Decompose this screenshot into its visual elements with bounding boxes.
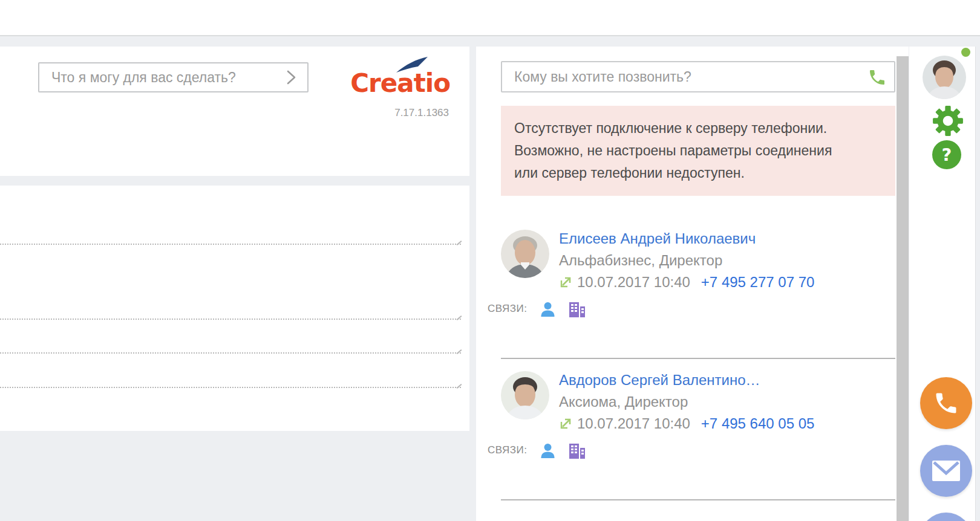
call-search-box[interactable] xyxy=(501,61,895,92)
outgoing-call-icon xyxy=(559,276,572,289)
user-avatar[interactable] xyxy=(923,56,966,99)
contact-name-link[interactable]: Авдоров Сергей Валентино… xyxy=(559,371,814,389)
app-window: Creatio 7.17.1.1363 Отсутствует подключе… xyxy=(0,0,980,521)
email-button[interactable] xyxy=(920,445,972,497)
outgoing-call-icon xyxy=(559,417,572,430)
make-call-button[interactable] xyxy=(920,377,972,429)
telephony-warning-banner: Отсутствует подключение к серверу телефо… xyxy=(501,106,895,196)
right-sidebar: ? xyxy=(909,47,976,521)
assistant-search-box[interactable] xyxy=(38,62,309,92)
warning-line: или сервер телефонии недоступен. xyxy=(514,162,886,184)
links-label: СВЯЗИ: xyxy=(488,444,528,456)
person-icon[interactable] xyxy=(540,442,556,459)
cti-panel: Отсутствует подключение к серверу телефо… xyxy=(476,47,909,521)
dotted-separator xyxy=(0,352,461,354)
dotted-separator xyxy=(0,387,461,388)
contact-phone-link[interactable]: +7 495 640 05 05 xyxy=(701,415,815,432)
settings-gear-icon[interactable] xyxy=(932,105,964,137)
contact-phone-link[interactable]: +7 495 277 07 70 xyxy=(701,274,815,291)
call-search-input[interactable] xyxy=(502,62,894,91)
building-icon[interactable] xyxy=(568,442,586,459)
assistant-panel: Creatio 7.17.1.1363 xyxy=(0,47,469,176)
online-status-dot xyxy=(961,48,970,57)
contact-company: Альфабизнес, Директор xyxy=(559,251,814,270)
assistant-search-input[interactable] xyxy=(39,70,283,86)
building-icon[interactable] xyxy=(568,301,586,317)
warning-line: Возможно, не настроены параметры соедине… xyxy=(514,140,886,162)
top-bar xyxy=(0,0,980,36)
contact-company: Аксиома, Директор xyxy=(559,393,814,411)
contact-list-item: Авдоров Сергей Валентино… Аксиома, Дирек… xyxy=(488,359,909,500)
empty-list-panel xyxy=(0,186,469,431)
person-icon[interactable] xyxy=(540,301,556,317)
contact-avatar xyxy=(501,230,549,278)
envelope-icon xyxy=(932,461,960,481)
contact-list-item: Елисеев Андрей Николаевич Альфабизнес, Д… xyxy=(488,218,909,359)
last-call-time: 10.07.2017 10:40 xyxy=(577,415,690,432)
more-action-button[interactable] xyxy=(920,513,972,521)
creatio-logo-arrow-icon xyxy=(396,56,428,73)
phone-icon[interactable] xyxy=(867,68,887,87)
help-icon[interactable]: ? xyxy=(932,140,961,169)
svg-text:?: ? xyxy=(942,144,952,165)
links-label: СВЯЗИ: xyxy=(488,303,528,315)
contact-avatar xyxy=(501,371,549,419)
app-version: 7.17.1.1363 xyxy=(394,107,449,119)
scrollbar[interactable] xyxy=(897,56,909,521)
last-call-time: 10.07.2017 10:40 xyxy=(577,274,690,291)
creatio-logo: Creatio 7.17.1.1363 xyxy=(295,55,452,128)
phone-handset-icon xyxy=(933,390,959,416)
contact-separator xyxy=(501,499,895,500)
contact-name-link[interactable]: Елисеев Андрей Николаевич xyxy=(559,230,814,248)
dotted-separator xyxy=(0,319,461,320)
warning-line: Отсутствует подключение к серверу телефо… xyxy=(514,117,886,140)
dotted-separator xyxy=(0,244,461,245)
